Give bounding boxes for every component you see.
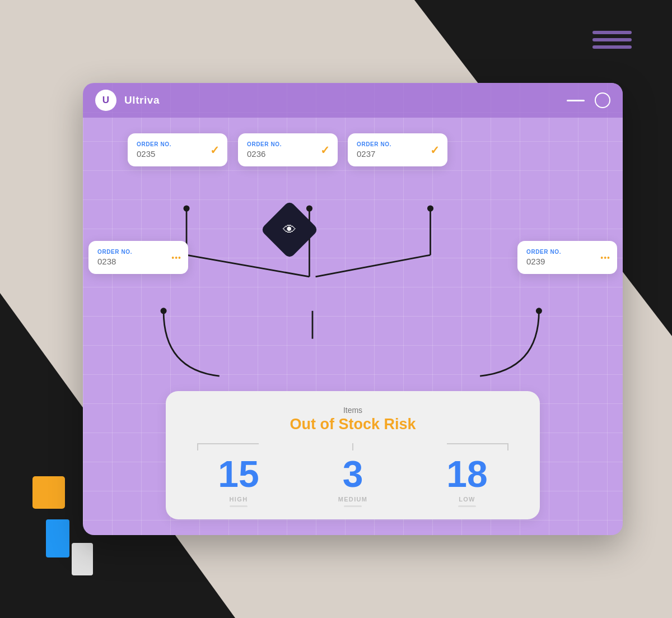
app-name: Ultriva (124, 94, 160, 106)
stats-title: Out of Stock Risk (181, 416, 524, 433)
app-window: U Ultriva (83, 83, 623, 535)
content-area: ORDER NO. 0235 ✓ ORDER NO. 0236 ✓ ORDER … (83, 118, 623, 535)
expand-button[interactable] (595, 92, 610, 108)
deco-orange-rect (32, 476, 65, 509)
order-number: 0238 (97, 257, 179, 266)
order-card-0239[interactable]: ORDER NO. 0239 ••• (517, 241, 617, 274)
order-label: ORDER NO. (357, 141, 438, 147)
order-label: ORDER NO. (247, 141, 329, 147)
stat-medium: 3 MEDIUM (296, 451, 410, 507)
order-card-0238[interactable]: ORDER NO. 0238 ••• (88, 241, 188, 274)
order-number: 0236 (247, 149, 329, 159)
svg-point-2 (184, 205, 190, 211)
stats-card: Items Out of Stock Risk 15 HIGH 3 MEDIUM (166, 391, 540, 519)
stat-number-low: 18 (446, 456, 487, 492)
check-icon-0236: ✓ (320, 143, 330, 157)
logo-circle: U (95, 90, 116, 111)
center-diamond: 👁 (260, 201, 319, 259)
order-label: ORDER NO. (137, 141, 218, 147)
dots-icon-0239: ••• (600, 253, 610, 262)
svg-point-10 (536, 308, 542, 314)
order-label: ORDER NO. (526, 249, 608, 255)
stats-row: 15 HIGH 3 MEDIUM 18 LOW (181, 451, 524, 507)
order-card-0236[interactable]: ORDER NO. 0236 ✓ (238, 133, 338, 166)
stat-number-medium: 3 (343, 456, 363, 492)
eye-icon: 👁 (283, 222, 296, 238)
order-number: 0239 (526, 257, 608, 266)
deco-white-rect (72, 543, 93, 575)
svg-point-4 (306, 205, 312, 211)
svg-line-1 (186, 255, 309, 277)
title-bar: U Ultriva (83, 83, 623, 118)
order-card-0235[interactable]: ORDER NO. 0235 ✓ (128, 133, 227, 166)
stats-top-label: Items (181, 406, 524, 415)
svg-point-7 (427, 205, 433, 211)
stat-label-high: HIGH (230, 496, 248, 503)
order-number: 0235 (137, 149, 218, 159)
minimize-button[interactable] (567, 100, 585, 101)
svg-line-6 (316, 255, 431, 277)
deco-purple-lines (592, 31, 632, 49)
dots-icon-0238: ••• (171, 253, 181, 262)
check-icon-0237: ✓ (430, 143, 440, 157)
stat-label-medium: MEDIUM (338, 496, 368, 503)
stat-high: 15 HIGH (181, 451, 296, 507)
window-controls (567, 92, 610, 108)
stat-low: 18 LOW (410, 451, 524, 507)
stat-number-high: 15 (218, 456, 259, 492)
order-label: ORDER NO. (97, 249, 179, 255)
deco-blue-rect (46, 519, 69, 557)
order-number: 0237 (357, 149, 438, 159)
order-card-0237[interactable]: ORDER NO. 0237 ✓ (348, 133, 447, 166)
svg-point-9 (161, 308, 167, 314)
stat-label-low: LOW (459, 496, 475, 503)
check-icon-0235: ✓ (210, 143, 220, 157)
